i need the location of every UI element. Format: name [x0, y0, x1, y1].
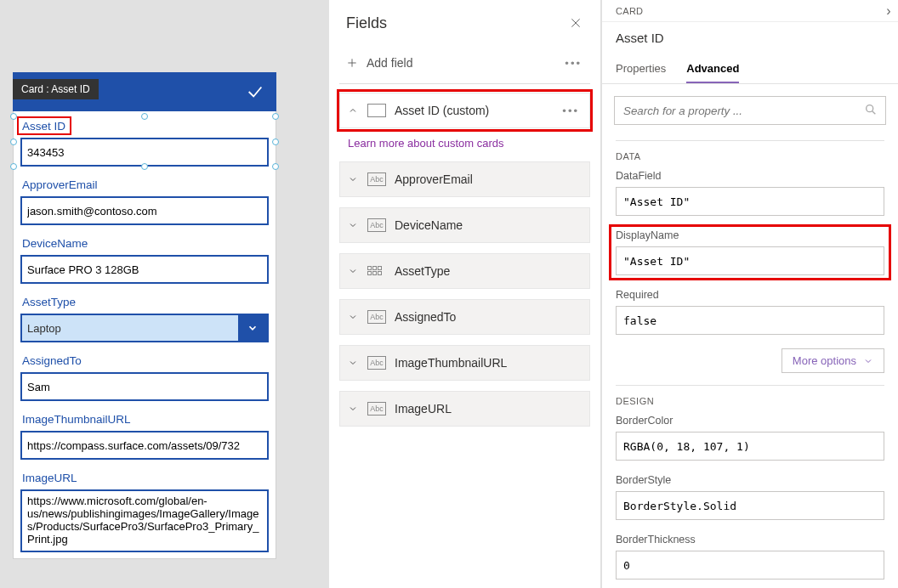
- chevron-down-icon[interactable]: [347, 404, 359, 414]
- property-search[interactable]: [614, 96, 886, 125]
- section-title-design: DESIGN: [616, 385, 884, 415]
- field-item-label: ImageURL: [395, 402, 583, 416]
- chevron-down-icon[interactable]: [347, 266, 359, 276]
- chevron-down-icon[interactable]: [347, 358, 359, 368]
- expand-icon[interactable]: ›: [886, 3, 891, 19]
- svg-point-4: [867, 105, 873, 112]
- text-type-icon: Abc: [367, 218, 386, 232]
- field-item[interactable]: Abc ImageURL: [339, 391, 590, 427]
- field-item[interactable]: Abc DeviceName: [339, 207, 590, 243]
- properties-panel: CARD › Asset ID Properties Advanced DATA…: [601, 0, 898, 588]
- card-tooltip: Card : Asset ID: [13, 79, 99, 99]
- close-icon[interactable]: [566, 14, 585, 32]
- field-label: ImageThumbnailURL: [20, 410, 269, 431]
- prop-datafield: DataField: [616, 170, 884, 216]
- field-item[interactable]: Asset ID (custom) •••: [339, 93, 590, 128]
- field-label: ApproverEmail: [20, 175, 269, 196]
- text-type-icon: Abc: [367, 356, 386, 370]
- field-item-label: ImageThumbnailURL: [395, 356, 583, 370]
- fields-list: Asset ID (custom) ••• Learn more about c…: [339, 93, 590, 427]
- prop-label: DataField: [616, 170, 884, 182]
- form-field[interactable]: DeviceName: [14, 234, 276, 284]
- field-item-label: AssetType: [395, 264, 583, 278]
- form-field[interactable]: ImageURL: [14, 468, 276, 555]
- field-textarea[interactable]: [20, 489, 269, 552]
- more-options-button[interactable]: More options: [781, 348, 884, 373]
- option-type-icon: [367, 266, 386, 276]
- prop-input[interactable]: [616, 432, 884, 461]
- prop-input[interactable]: [616, 187, 884, 216]
- prop-label: BorderThickness: [616, 534, 884, 546]
- field-label: DeviceName: [20, 234, 269, 255]
- svg-line-5: [872, 111, 876, 115]
- add-field-button[interactable]: Add field: [346, 56, 412, 70]
- tab-advanced[interactable]: Advanced: [686, 55, 739, 83]
- chevron-down-icon[interactable]: [347, 174, 359, 184]
- prop-input[interactable]: [616, 491, 884, 520]
- field-input[interactable]: [20, 138, 269, 167]
- prop-label: BorderColor: [616, 415, 884, 427]
- form-body: Asset ID ApproverEmail DeviceName Ass: [13, 111, 276, 559]
- field-item[interactable]: Abc ApproverEmail: [339, 161, 590, 197]
- field-input[interactable]: [20, 196, 269, 225]
- prop-input[interactable]: [616, 306, 884, 335]
- more-icon[interactable]: •••: [563, 57, 583, 70]
- section-title-data: DATA: [616, 140, 884, 170]
- card-type-icon: [367, 104, 386, 117]
- search-icon: [864, 103, 878, 116]
- prop-bordercolor: BorderColor: [616, 415, 884, 461]
- field-input[interactable]: [20, 372, 269, 401]
- prop-borderthickness: BorderThickness: [616, 534, 884, 580]
- field-label: ImageURL: [20, 468, 269, 489]
- form-field[interactable]: Asset ID: [14, 116, 276, 167]
- field-item[interactable]: Abc ImageThumbnailURL: [339, 345, 590, 381]
- text-type-icon: Abc: [367, 310, 386, 324]
- search-input[interactable]: [614, 96, 886, 125]
- form-field[interactable]: ApproverEmail: [14, 175, 276, 225]
- chevron-up-icon[interactable]: [347, 105, 359, 116]
- prop-input[interactable]: [616, 246, 884, 275]
- field-item-label: Asset ID (custom): [395, 104, 550, 117]
- prop-label: BorderStyle: [616, 474, 884, 486]
- chevron-down-icon[interactable]: [347, 312, 359, 322]
- chevron-down-icon[interactable]: [347, 220, 359, 230]
- prop-borderstyle: BorderStyle: [616, 474, 884, 520]
- prop-input[interactable]: [616, 551, 884, 580]
- field-input[interactable]: [20, 255, 269, 284]
- tabs: Properties Advanced: [602, 55, 898, 84]
- field-item[interactable]: AssetType: [339, 253, 590, 289]
- canvas-area: Card : Asset ID Asset ID ApproverEmail: [0, 0, 328, 588]
- prop-required: Required: [616, 289, 884, 335]
- tab-properties[interactable]: Properties: [616, 55, 666, 83]
- prop-label: Required: [616, 289, 884, 301]
- chevron-down-icon[interactable]: [238, 315, 267, 341]
- field-label: AssetType: [20, 292, 269, 314]
- field-label: AssignedTo: [20, 351, 269, 372]
- form-field[interactable]: AssetType Laptop: [14, 292, 276, 342]
- more-icon[interactable]: •••: [559, 105, 583, 117]
- learn-more-link[interactable]: Learn more about custom cards: [348, 137, 590, 150]
- text-type-icon: Abc: [367, 172, 386, 186]
- fields-panel: Fields Add field ••• Asset ID (custom): [328, 0, 601, 588]
- text-type-icon: Abc: [367, 402, 386, 416]
- panel-category: CARD: [616, 6, 643, 16]
- form-field[interactable]: ImageThumbnailURL: [14, 410, 276, 460]
- field-select[interactable]: Laptop: [20, 314, 269, 342]
- form-field[interactable]: AssignedTo: [14, 351, 276, 401]
- field-item-label: DeviceName: [395, 218, 583, 232]
- field-item-label: AssignedTo: [395, 310, 583, 324]
- field-input[interactable]: [20, 431, 269, 460]
- field-item-label: ApproverEmail: [395, 172, 583, 186]
- prop-displayname: DisplayName: [616, 229, 884, 275]
- prop-label: DisplayName: [616, 229, 884, 241]
- field-item[interactable]: Abc AssignedTo: [339, 299, 590, 335]
- panel-title: Fields: [346, 14, 387, 32]
- check-icon[interactable]: [246, 82, 264, 101]
- card-name: Asset ID: [602, 22, 898, 55]
